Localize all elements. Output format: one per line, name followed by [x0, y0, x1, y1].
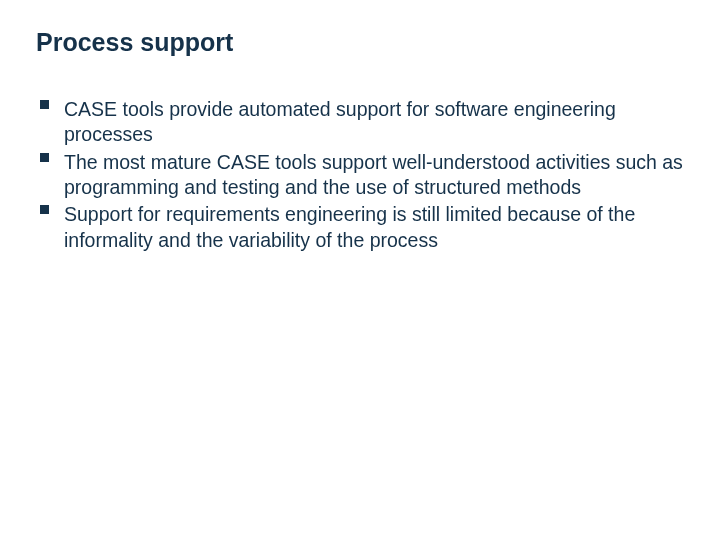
slide-title: Process support — [36, 28, 684, 57]
list-item-text: The most mature CASE tools support well-… — [64, 150, 684, 201]
square-bullet-icon — [40, 153, 49, 162]
list-item: CASE tools provide automated support for… — [36, 97, 684, 148]
bullet-list: CASE tools provide automated support for… — [36, 97, 684, 253]
list-item: The most mature CASE tools support well-… — [36, 150, 684, 201]
slide: Process support CASE tools provide autom… — [0, 0, 720, 540]
list-item-text: Support for requirements engineering is … — [64, 202, 684, 253]
square-bullet-icon — [40, 205, 49, 214]
list-item: Support for requirements engineering is … — [36, 202, 684, 253]
square-bullet-icon — [40, 100, 49, 109]
list-item-text: CASE tools provide automated support for… — [64, 97, 684, 148]
